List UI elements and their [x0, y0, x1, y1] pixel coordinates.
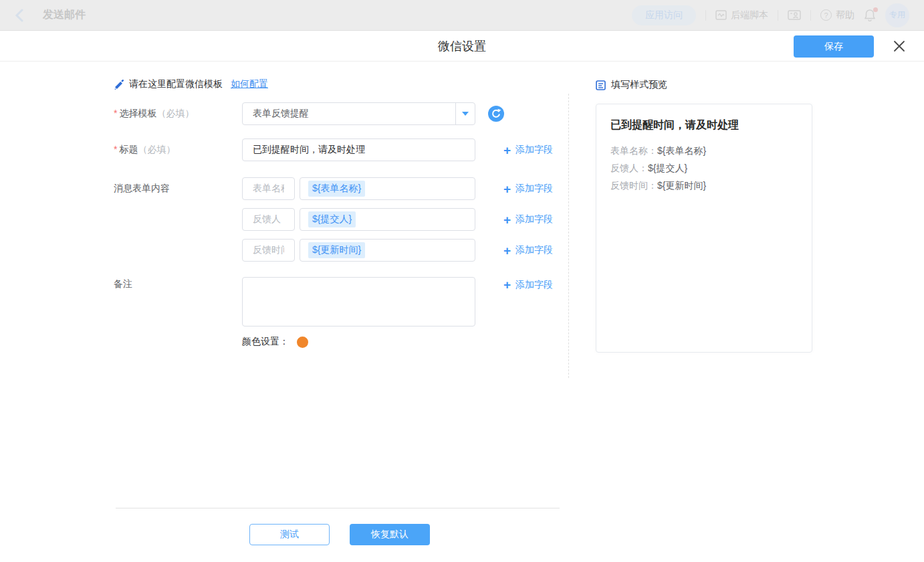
pencil-icon [114, 80, 124, 90]
preview-line: 表单名称：${表单名称} [610, 142, 798, 159]
save-button[interactable]: 保存 [794, 35, 874, 58]
close-button[interactable] [893, 39, 906, 53]
title-input[interactable] [242, 138, 475, 161]
id-card-button[interactable] [788, 9, 801, 21]
app-access-button[interactable]: 应用访问 [632, 5, 696, 25]
plus-icon: + [503, 144, 511, 157]
refresh-button[interactable] [488, 106, 504, 122]
dialog-header: 微信设置 保存 [0, 31, 924, 62]
plus-icon: + [503, 244, 511, 257]
vertical-divider [568, 94, 569, 378]
topbar-title: 发送邮件 [43, 8, 86, 22]
remark-label: 备注 [114, 277, 242, 290]
template-row: *选择模板（必填） 表单反馈提醒 [114, 102, 568, 125]
divider [778, 10, 778, 21]
add-field-button[interactable]: + 添加字段 [503, 278, 553, 291]
required-mark: * [114, 108, 117, 118]
template-select-value: 表单反馈提醒 [243, 108, 455, 120]
add-field-button[interactable]: + 添加字段 [503, 244, 553, 257]
question-circle-icon: ? [820, 9, 832, 21]
field-value-input[interactable]: ${提交人} [300, 208, 475, 231]
refresh-icon [488, 106, 504, 122]
add-field-button[interactable]: + 添加字段 [503, 213, 553, 226]
restore-default-button[interactable]: 恢复默认 [350, 524, 430, 545]
footer-divider [116, 508, 560, 508]
chevron-down-icon [462, 112, 469, 116]
content-row: 消息表单内容 ${表单名称} + 添加字段 [114, 177, 568, 200]
content-row: ${提交人} + 添加字段 [114, 208, 568, 231]
preview-header: 填写样式预览 [596, 79, 667, 91]
field-key-input[interactable] [242, 239, 295, 262]
add-field-button[interactable]: + 添加字段 [503, 183, 553, 195]
topbar-actions: 应用访问 后端脚本 ? 帮助 [632, 3, 909, 27]
test-button[interactable]: 测试 [249, 524, 330, 545]
close-icon [893, 39, 906, 53]
add-field-button[interactable]: + 添加字段 [503, 144, 553, 157]
preview-line: 反馈人：${提交人} [610, 159, 798, 177]
plus-icon: + [503, 183, 511, 195]
backend-script-button[interactable]: 后端脚本 [715, 9, 768, 21]
topbar: 发送邮件 应用访问 后端脚本 [0, 0, 924, 31]
document-icon [596, 80, 606, 90]
divider [810, 10, 811, 21]
plus-icon: + [503, 278, 511, 291]
dialog-body: 请在这里配置微信模板 如何配置 *选择模板（必填） 表单反馈提醒 [0, 62, 924, 561]
script-icon [715, 9, 727, 21]
color-swatch[interactable] [297, 337, 308, 348]
remark-textarea[interactable] [242, 277, 475, 326]
divider [705, 10, 706, 21]
help-button[interactable]: ? 帮助 [820, 9, 854, 21]
required-mark: * [114, 144, 117, 155]
wechat-settings-dialog: 微信设置 保存 请在这里配置微信模板 如何配置 *选择模板（必填） 表单反馈提 [0, 31, 924, 561]
field-value-input[interactable]: ${更新时间} [300, 239, 475, 262]
field-key-input[interactable] [242, 208, 295, 231]
preview-title: 已到提醒时间，请及时处理 [610, 118, 798, 132]
field-value-input[interactable]: ${表单名称} [300, 177, 475, 200]
dialog-title: 微信设置 [0, 31, 924, 62]
avatar[interactable]: 专用 [885, 3, 909, 27]
template-label: *选择模板（必填） [114, 108, 242, 120]
template-select[interactable]: 表单反馈提醒 [242, 102, 475, 125]
notification-dot [873, 7, 878, 12]
select-arrow-zone[interactable] [455, 103, 475, 124]
backend-script-label: 后端脚本 [731, 9, 768, 21]
color-row: 颜色设置： [114, 337, 568, 347]
variable-token: ${表单名称} [308, 181, 365, 197]
chevron-left-icon [15, 9, 24, 22]
back-button[interactable] [15, 9, 28, 22]
content-row: ${更新时间} + 添加字段 [114, 239, 568, 262]
help-label: 帮助 [836, 9, 854, 21]
plus-icon: + [503, 213, 511, 226]
variable-token: ${更新时间} [308, 242, 365, 258]
field-key-input[interactable] [242, 177, 295, 200]
hint-text: 请在这里配置微信模板 [129, 78, 223, 90]
preview-line: 反馈时间：${更新时间} [610, 177, 798, 194]
remark-row: 备注 + 添加字段 [114, 277, 568, 326]
config-hint: 请在这里配置微信模板 如何配置 [114, 78, 268, 90]
id-card-icon [788, 9, 801, 21]
preview-card: 已到提醒时间，请及时处理 表单名称：${表单名称} 反馈人：${提交人} 反馈时… [596, 104, 812, 353]
preview-header-label: 填写样式预览 [611, 79, 667, 91]
title-label: *标题（必填） [114, 144, 242, 156]
variable-token: ${提交人} [308, 211, 356, 227]
content-label: 消息表单内容 [114, 183, 242, 195]
color-setting-label: 颜色设置： [242, 336, 289, 348]
title-row: *标题（必填） + 添加字段 [114, 138, 568, 161]
notifications-button[interactable] [864, 9, 876, 21]
how-to-configure-link[interactable]: 如何配置 [231, 78, 268, 90]
